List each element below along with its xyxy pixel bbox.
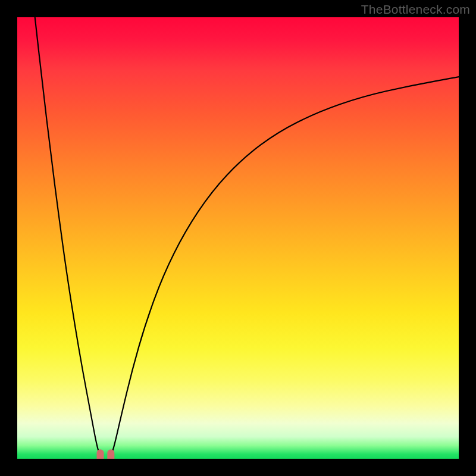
bottom-u-marker (100, 453, 111, 459)
watermark-text: TheBottleneck.com (361, 2, 470, 17)
curve-left-branch (35, 17, 101, 456)
curve-right-branch (111, 77, 459, 456)
curve-layer (17, 17, 459, 459)
chart-frame: TheBottleneck.com (0, 0, 476, 476)
plot-area (17, 17, 459, 459)
